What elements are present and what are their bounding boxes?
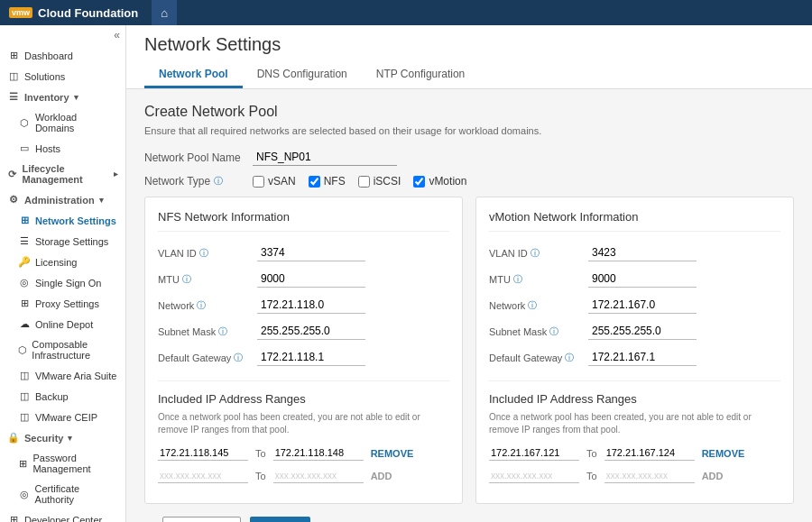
vmotion-gateway-input[interactable] bbox=[588, 349, 697, 366]
vsan-checkbox[interactable] bbox=[253, 176, 264, 188]
sidebar-section: ⊞ Dashboard ◫ Solutions ☰ Inventory ▾ ⬡ … bbox=[0, 45, 125, 522]
solutions-icon: ◫ bbox=[7, 70, 20, 82]
sidebar-item-ceip[interactable]: ◫ VMware CEIP bbox=[0, 407, 125, 427]
sidebar-item-storage-settings[interactable]: ☰ Storage Settings bbox=[0, 231, 125, 252]
nfs-to-label-0: To bbox=[255, 448, 266, 459]
nfs-ip-to-0[interactable] bbox=[273, 445, 364, 461]
sidebar-item-proxy[interactable]: ⊞ Proxy Settings bbox=[0, 293, 125, 314]
network-type-label: Network Type ⓘ bbox=[144, 175, 253, 188]
nfs-vlan-info-icon[interactable]: ⓘ bbox=[199, 247, 208, 260]
network-type-checkboxes: vSAN NFS iSCSI vMotion bbox=[253, 175, 466, 188]
vmotion-ip-from-0[interactable] bbox=[489, 445, 579, 461]
nfs-gateway-input[interactable] bbox=[257, 349, 365, 366]
vmotion-ip-add-from[interactable] bbox=[489, 468, 579, 483]
dashboard-icon: ⊞ bbox=[7, 50, 20, 61]
vmotion-mtu-field: MTU ⓘ bbox=[489, 270, 780, 288]
pool-name-row: Network Pool Name bbox=[144, 149, 794, 166]
vmotion-mtu-info-icon[interactable]: ⓘ bbox=[513, 273, 522, 286]
vmotion-vlan-label: VLAN ID ⓘ bbox=[489, 247, 588, 260]
chevron-down-icon: ▾ bbox=[74, 93, 78, 102]
checkbox-vmotion[interactable]: vMotion bbox=[413, 175, 466, 188]
sidebar-item-lifecycle[interactable]: ⟳ Lifecycle Management ▸ bbox=[0, 159, 125, 189]
network-type-info-icon[interactable]: ⓘ bbox=[214, 175, 223, 188]
nfs-gateway-info-icon[interactable]: ⓘ bbox=[234, 352, 243, 364]
nfs-subnet-info-icon[interactable]: ⓘ bbox=[218, 325, 227, 338]
vmotion-add-button[interactable]: ADD bbox=[702, 471, 724, 481]
save-button[interactable]: SAVE bbox=[250, 517, 310, 522]
nfs-network-input[interactable] bbox=[257, 297, 365, 314]
security-icon: 🔒 bbox=[7, 432, 20, 444]
nfs-checkbox[interactable] bbox=[309, 176, 320, 188]
nfs-mtu-info-icon[interactable]: ⓘ bbox=[182, 273, 191, 286]
vmotion-checkbox[interactable] bbox=[413, 176, 425, 188]
vmotion-gateway-info-icon[interactable]: ⓘ bbox=[565, 352, 574, 364]
nfs-ip-add-from[interactable] bbox=[158, 468, 248, 483]
vmotion-subnet-input[interactable] bbox=[588, 323, 697, 340]
sidebar-item-online-depot[interactable]: ☁ Online Depot bbox=[0, 314, 125, 334]
vmotion-remove-button-0[interactable]: REMOVE bbox=[702, 448, 745, 459]
vmotion-ip-add-to[interactable] bbox=[604, 468, 695, 483]
sidebar-item-inventory[interactable]: ☰ Inventory ▾ bbox=[0, 87, 125, 107]
nfs-card-title: NFS Network Information bbox=[158, 210, 449, 232]
cancel-button[interactable]: CANCEL bbox=[162, 517, 241, 522]
sidebar-item-label: Single Sign On bbox=[35, 278, 101, 288]
sidebar-item-administration[interactable]: ⚙ Administration ▾ bbox=[0, 189, 125, 210]
nfs-network-field: Network ⓘ bbox=[158, 297, 449, 314]
vmotion-subnet-info-icon[interactable]: ⓘ bbox=[549, 325, 558, 338]
sidebar-item-developer-center[interactable]: ⊞ Developer Center bbox=[0, 509, 125, 522]
create-pool-title: Create Network Pool bbox=[144, 104, 794, 120]
nfs-mtu-label: MTU ⓘ bbox=[158, 273, 257, 286]
nfs-subnet-input[interactable] bbox=[257, 323, 365, 340]
sidebar-item-workload-domains[interactable]: ⬡ Workload Domains bbox=[0, 107, 125, 138]
sidebar-item-network-settings[interactable]: ⊞ Network Settings bbox=[0, 210, 125, 231]
sidebar-item-solutions[interactable]: ◫ Solutions bbox=[0, 66, 125, 87]
sidebar-item-password-mgmt[interactable]: ⊞ Password Management bbox=[0, 448, 125, 479]
sidebar-item-sso[interactable]: ◎ Single Sign On bbox=[0, 272, 125, 293]
backup-icon: ◫ bbox=[18, 390, 31, 402]
sidebar-item-label: Licensing bbox=[35, 257, 77, 268]
sidebar-item-label: Backup bbox=[35, 391, 69, 402]
nfs-vlan-input[interactable] bbox=[257, 244, 365, 261]
nfs-subnet-label: Subnet Mask ⓘ bbox=[158, 325, 257, 338]
vmotion-network-info-icon[interactable]: ⓘ bbox=[528, 299, 537, 312]
nfs-mtu-input[interactable] bbox=[257, 270, 365, 288]
vmotion-vlan-input[interactable] bbox=[588, 244, 697, 261]
inventory-icon: ☰ bbox=[7, 91, 20, 103]
tab-network-pool[interactable]: Network Pool bbox=[144, 62, 243, 88]
nfs-ip-add-to[interactable] bbox=[273, 468, 364, 483]
iscsi-checkbox[interactable] bbox=[358, 176, 370, 188]
sidebar-item-label: Inventory bbox=[24, 92, 69, 103]
sidebar-item-hosts[interactable]: ▭ Hosts bbox=[0, 138, 125, 159]
nfs-ip-add-row: To ADD bbox=[158, 468, 449, 483]
sidebar-item-security[interactable]: 🔒 Security ▾ bbox=[0, 427, 125, 448]
sidebar-item-label: Workload Domains bbox=[35, 112, 118, 133]
checkbox-vsan[interactable]: vSAN bbox=[253, 175, 296, 188]
sidebar-item-dashboard[interactable]: ⊞ Dashboard bbox=[0, 45, 125, 66]
pool-name-input[interactable] bbox=[253, 149, 397, 166]
checkbox-iscsi[interactable]: iSCSI bbox=[358, 175, 401, 188]
checkbox-nfs[interactable]: NFS bbox=[309, 175, 346, 188]
sidebar-item-label: Proxy Settings bbox=[35, 298, 99, 309]
sidebar-item-licensing[interactable]: 🔑 Licensing bbox=[0, 252, 125, 272]
nfs-add-button[interactable]: ADD bbox=[371, 471, 392, 481]
sidebar-item-cert-authority[interactable]: ◎ Certificate Authority bbox=[0, 479, 125, 509]
tab-dns-config[interactable]: DNS Configuration bbox=[243, 62, 362, 88]
nfs-remove-button-0[interactable]: REMOVE bbox=[371, 448, 414, 459]
nfs-ip-from-0[interactable] bbox=[158, 445, 248, 461]
vmotion-mtu-input[interactable] bbox=[588, 270, 697, 288]
sidebar-collapse-button[interactable]: « bbox=[0, 25, 125, 45]
home-button[interactable]: ⌂ bbox=[152, 0, 177, 25]
sidebar-item-backup[interactable]: ◫ Backup bbox=[0, 386, 125, 407]
nfs-ip-range-title: Included IP Address Ranges bbox=[158, 392, 449, 406]
nfs-network-info-icon[interactable]: ⓘ bbox=[197, 299, 206, 312]
vmotion-vlan-info-icon[interactable]: ⓘ bbox=[531, 247, 540, 260]
vmotion-network-input[interactable] bbox=[588, 297, 697, 314]
nfs-mtu-field: MTU ⓘ bbox=[158, 270, 449, 288]
vmotion-ip-to-0[interactable] bbox=[604, 445, 695, 461]
tab-ntp-config[interactable]: NTP Configuration bbox=[362, 62, 480, 88]
sidebar: « ⊞ Dashboard ◫ Solutions ☰ Inventory ▾ … bbox=[0, 25, 126, 522]
nfs-network-card: NFS Network Information VLAN ID ⓘ MTU ⓘ bbox=[144, 197, 463, 504]
chevron-down-icon: ▾ bbox=[99, 196, 104, 205]
sidebar-item-composable[interactable]: ⬡ Composable Infrastructure bbox=[0, 334, 125, 365]
sidebar-item-vmware-aria[interactable]: ◫ VMware Aria Suite bbox=[0, 365, 125, 386]
